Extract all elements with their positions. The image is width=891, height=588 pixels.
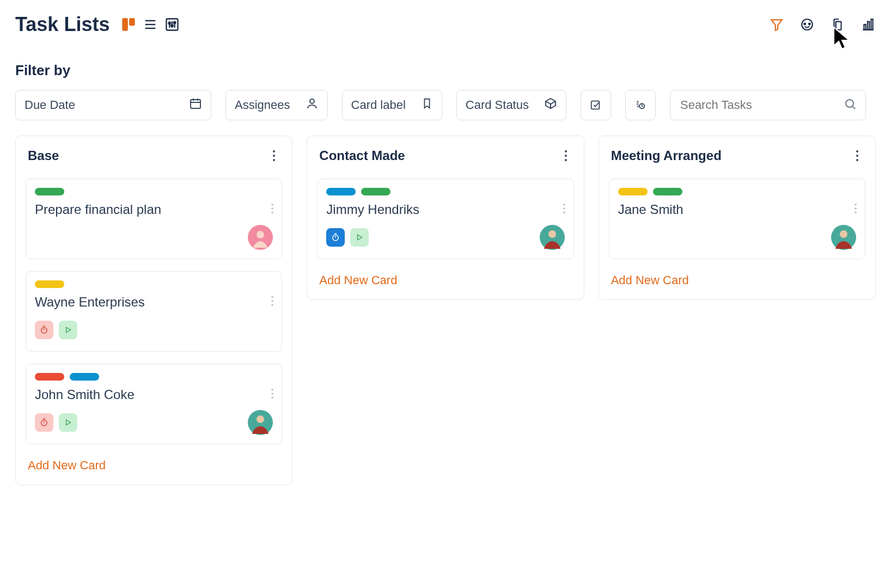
- copy-icon[interactable]: [830, 17, 845, 32]
- svg-point-48: [272, 396, 274, 399]
- svg-point-16: [809, 23, 810, 25]
- svg-point-57: [565, 159, 567, 161]
- tag-yellow: [618, 188, 648, 195]
- svg-point-41: [272, 304, 274, 306]
- svg-point-31: [273, 150, 275, 152]
- card-menu-icon[interactable]: [563, 203, 566, 216]
- task-card[interactable]: Jane Smith: [609, 179, 865, 259]
- card-title: Prepare financial plan: [35, 202, 273, 217]
- svg-point-15: [804, 23, 805, 25]
- view-board-icon[interactable]: [120, 16, 137, 33]
- filter-card-status[interactable]: Card Status: [456, 90, 566, 120]
- filter-assignees[interactable]: Assignees: [225, 90, 328, 120]
- svg-point-56: [565, 155, 567, 157]
- card-menu-icon[interactable]: [854, 203, 857, 216]
- svg-rect-20: [871, 19, 872, 30]
- search-input[interactable]: [679, 97, 844, 113]
- svg-point-34: [272, 204, 274, 206]
- svg-point-11: [172, 25, 174, 27]
- tag-blue: [326, 188, 356, 195]
- svg-point-71: [855, 207, 857, 210]
- filter-checkbox-icon[interactable]: [581, 90, 611, 120]
- filter-card-label[interactable]: Card label: [342, 90, 442, 120]
- task-card[interactable]: Jimmy Hendriks: [317, 179, 573, 259]
- add-card-button[interactable]: Add New Card: [307, 261, 583, 299]
- avatar[interactable]: [831, 225, 856, 250]
- svg-point-47: [272, 393, 274, 395]
- filter-due-date[interactable]: Due Date: [15, 90, 211, 120]
- timer-badge[interactable]: [35, 413, 53, 432]
- svg-marker-13: [771, 20, 782, 30]
- card-menu-icon[interactable]: [271, 388, 274, 401]
- view-list-icon[interactable]: [142, 16, 158, 33]
- tag-green: [35, 188, 64, 195]
- column-title: Base: [28, 148, 59, 163]
- svg-rect-27: [591, 101, 600, 109]
- tag-yellow: [35, 280, 64, 288]
- tag-green: [653, 188, 682, 195]
- filter-spark-icon[interactable]: [625, 90, 656, 120]
- timer-badge[interactable]: [35, 321, 53, 339]
- svg-point-38: [257, 231, 264, 238]
- svg-point-33: [273, 159, 275, 161]
- svg-point-58: [563, 204, 565, 206]
- svg-point-10: [169, 22, 171, 24]
- search-icon: [844, 97, 857, 113]
- svg-point-29: [846, 100, 853, 107]
- filter-icon[interactable]: [769, 17, 784, 32]
- svg-point-72: [855, 211, 857, 213]
- avatar[interactable]: [248, 410, 273, 435]
- svg-marker-64: [358, 235, 362, 240]
- filter-assignees-label: Assignees: [235, 98, 298, 112]
- card-title: Jane Smith: [618, 202, 856, 217]
- add-card-button[interactable]: Add New Card: [599, 261, 875, 299]
- tag-green: [361, 188, 390, 195]
- add-card-button[interactable]: Add New Card: [16, 446, 292, 485]
- chart-icon[interactable]: [861, 17, 876, 32]
- card-title: Jimmy Hendriks: [326, 202, 564, 217]
- svg-rect-1: [130, 19, 135, 26]
- svg-point-32: [273, 155, 275, 157]
- play-badge[interactable]: [350, 228, 369, 247]
- svg-rect-0: [123, 19, 127, 30]
- column-menu-icon[interactable]: [560, 150, 572, 162]
- svg-marker-45: [66, 327, 71, 332]
- svg-rect-18: [864, 24, 865, 30]
- svg-rect-21: [191, 100, 200, 108]
- svg-point-39: [272, 296, 274, 298]
- timer-badge[interactable]: [326, 228, 345, 247]
- card-menu-icon[interactable]: [271, 203, 274, 216]
- avatar[interactable]: [540, 225, 565, 250]
- svg-line-30: [852, 107, 855, 109]
- play-badge[interactable]: [59, 321, 77, 339]
- avatar[interactable]: [248, 225, 273, 250]
- svg-point-66: [548, 230, 556, 238]
- search-tasks[interactable]: [670, 90, 866, 120]
- task-card[interactable]: Wayne Enterprises: [26, 271, 282, 352]
- svg-point-12: [174, 22, 176, 24]
- filter-due-date-label: Due Date: [25, 98, 83, 112]
- svg-point-46: [272, 389, 274, 391]
- filter-card-label-label: Card label: [351, 98, 413, 112]
- play-badge[interactable]: [59, 413, 77, 432]
- calendar-icon: [189, 97, 202, 113]
- svg-point-40: [272, 300, 274, 302]
- column-contact-made: Contact Made Jimmy Hendriks: [307, 136, 584, 300]
- share-icon[interactable]: [800, 17, 815, 32]
- svg-point-14: [802, 19, 813, 30]
- person-icon: [306, 97, 319, 113]
- view-settings-icon[interactable]: [164, 16, 180, 33]
- tag-red: [35, 373, 64, 381]
- task-card[interactable]: Prepare financial plan: [26, 179, 282, 259]
- svg-point-69: [856, 159, 858, 161]
- box-icon: [544, 97, 557, 113]
- column-menu-icon[interactable]: [268, 150, 280, 162]
- tag-blue: [70, 373, 99, 381]
- card-menu-icon[interactable]: [271, 296, 274, 309]
- column-title: Contact Made: [319, 148, 405, 163]
- filter-by-label: Filter by: [15, 62, 876, 79]
- svg-marker-52: [66, 420, 71, 425]
- task-card[interactable]: John Smith Coke: [26, 364, 282, 444]
- filter-card-status-label: Card Status: [466, 98, 536, 112]
- column-menu-icon[interactable]: [851, 150, 863, 162]
